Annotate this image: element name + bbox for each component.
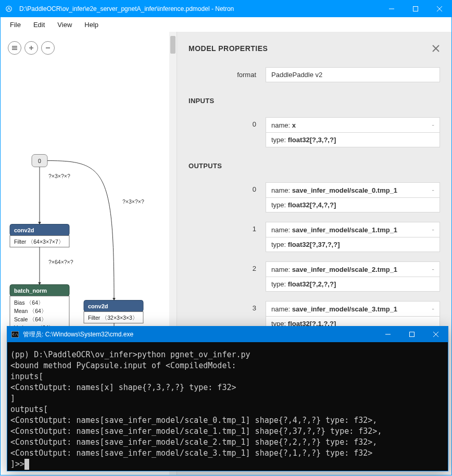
- svg-text:?×64×?×?: ?×64×?×?: [48, 259, 73, 265]
- cmd-icon: C:\: [7, 331, 23, 337]
- svg-text:Filter 〈32×3×3×3〉: Filter 〈32×3×3×3〉: [88, 315, 138, 321]
- svg-rect-2: [413, 7, 418, 11]
- cmd-titlebar[interactable]: C:\ 管理员: C:\Windows\System32\cmd.exe: [7, 327, 448, 342]
- titlebar[interactable]: D:\PaddleOCR\ov_infer\e2e_server_pgnetA_…: [1, 1, 451, 17]
- output-row: 2 name: save_infer_model/scale_2.tmp_1- …: [189, 261, 440, 292]
- panel-close-button[interactable]: [432, 44, 440, 54]
- input-type: type: float32[?,3,?,?]: [266, 133, 440, 147]
- menu-help[interactable]: Help: [79, 19, 104, 31]
- svg-text:Scale 〈64〉: Scale 〈64〉: [14, 316, 47, 322]
- output-row: 0 name: save_infer_model/scale_0.tmp_1- …: [189, 182, 440, 212]
- props-title: MODEL PROPERTIES: [189, 44, 440, 53]
- svg-text:batch_norm: batch_norm: [14, 287, 47, 294]
- cmd-maximize-button[interactable]: [400, 327, 424, 342]
- menu-file[interactable]: File: [5, 19, 26, 31]
- cmd-window[interactable]: C:\ 管理员: C:\Windows\System32\cmd.exe (pp…: [7, 326, 448, 471]
- outputs-title: OUTPUTS: [189, 162, 440, 170]
- svg-text:Bias 〈64〉: Bias 〈64〉: [14, 299, 44, 306]
- cmd-minimize-button[interactable]: [376, 327, 400, 342]
- format-value: PaddlePaddle v2: [266, 67, 440, 82]
- svg-text:Mean 〈64〉: Mean 〈64〉: [14, 308, 47, 314]
- svg-text:conv2d: conv2d: [14, 227, 34, 233]
- svg-text:C:\: C:\: [12, 332, 18, 336]
- app-icon: [1, 5, 17, 12]
- menu-edit[interactable]: Edit: [28, 19, 50, 31]
- svg-text:conv2d: conv2d: [88, 303, 108, 309]
- input-name: name: x-: [266, 117, 440, 133]
- graph-conv2d-node-1[interactable]: conv2d Filter 〈64×3×7×7〉: [10, 224, 69, 247]
- svg-text:Filter 〈64×3×7×7〉: Filter 〈64×3×7×7〉: [14, 239, 64, 245]
- cmd-title: 管理员: C:\Windows\System32\cmd.exe: [23, 330, 376, 339]
- maximize-button[interactable]: [404, 1, 428, 17]
- cmd-close-button[interactable]: [424, 327, 448, 342]
- minimize-button[interactable]: [380, 1, 404, 17]
- menu-view[interactable]: View: [52, 19, 77, 31]
- cmd-output: (pp) D:\PaddleOCR\ov_infer>python pgnet_…: [7, 342, 448, 471]
- close-button[interactable]: [428, 1, 451, 17]
- svg-text:0: 0: [38, 158, 41, 164]
- input-row: 0 name: x- type: float32[?,3,?,?]: [189, 117, 440, 147]
- format-label: format: [189, 71, 266, 79]
- svg-text:?×3×?×?: ?×3×?×?: [48, 173, 70, 179]
- input-index: 0: [189, 117, 266, 147]
- svg-rect-40: [410, 332, 415, 337]
- graph-conv2d-node-2[interactable]: conv2d Filter 〈32×3×3×3〉: [84, 300, 143, 323]
- window-title: D:\PaddleOCR\ov_infer\e2e_server_pgnetA_…: [17, 5, 380, 12]
- svg-text:?×3×?×?: ?×3×?×?: [122, 198, 144, 205]
- inputs-title: INPUTS: [189, 97, 440, 105]
- menubar: File Edit View Help: [1, 17, 451, 32]
- graph-input-node[interactable]: 0: [32, 155, 47, 167]
- output-row: 1 name: save_infer_model/scale_1.tmp_1- …: [189, 222, 440, 252]
